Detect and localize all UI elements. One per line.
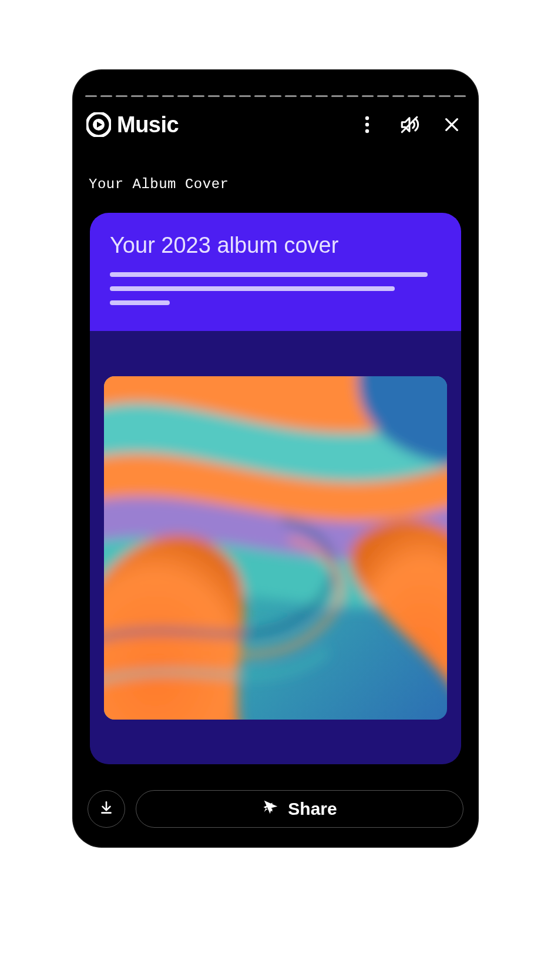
placeholder-line: [110, 272, 428, 277]
mute-icon[interactable]: [397, 112, 422, 138]
download-icon: [99, 800, 114, 818]
progress-segment[interactable]: [193, 95, 204, 97]
progress-segment[interactable]: [100, 95, 112, 97]
bottom-bar: Share: [88, 790, 463, 828]
progress-segment[interactable]: [223, 95, 235, 97]
progress-segment[interactable]: [285, 95, 297, 97]
top-controls: [354, 112, 465, 138]
progress-segment[interactable]: [300, 95, 312, 97]
progress-segment[interactable]: [85, 95, 97, 97]
svg-point-4: [365, 123, 369, 126]
progress-segment[interactable]: [131, 95, 143, 97]
top-bar: Music: [86, 107, 465, 142]
svg-point-3: [365, 116, 369, 120]
progress-segment[interactable]: [392, 95, 404, 97]
share-icon: [262, 798, 280, 820]
progress-segment[interactable]: [270, 95, 281, 97]
placeholder-line: [110, 300, 170, 305]
brand: Music: [86, 112, 179, 138]
card-title: Your 2023 album cover: [110, 233, 441, 258]
card-header: Your 2023 album cover: [90, 213, 461, 331]
album-cover-card: Your 2023 album cover: [90, 213, 461, 764]
progress-segment[interactable]: [439, 95, 451, 97]
progress-segment[interactable]: [347, 95, 358, 97]
progress-segment[interactable]: [239, 95, 251, 97]
progress-segment[interactable]: [454, 95, 466, 97]
progress-segment[interactable]: [162, 95, 174, 97]
share-button[interactable]: Share: [136, 790, 463, 828]
progress-segment[interactable]: [423, 95, 435, 97]
progress-segment[interactable]: [254, 95, 266, 97]
device-frame: Music: [73, 71, 478, 847]
story-progress-bar[interactable]: [85, 95, 466, 99]
progress-segment[interactable]: [362, 95, 374, 97]
progress-segment[interactable]: [116, 95, 127, 97]
progress-segment[interactable]: [408, 95, 419, 97]
card-body: [90, 331, 461, 764]
progress-segment[interactable]: [315, 95, 327, 97]
progress-segment[interactable]: [208, 95, 220, 97]
progress-segment[interactable]: [331, 95, 343, 97]
svg-point-5: [365, 129, 369, 133]
progress-segment[interactable]: [147, 95, 159, 97]
share-label: Share: [288, 799, 337, 819]
progress-segment[interactable]: [177, 95, 189, 97]
progress-segment[interactable]: [377, 95, 389, 97]
story-subtitle: Your Album Cover: [89, 176, 229, 192]
music-logo-icon: [86, 112, 111, 137]
more-icon[interactable]: [354, 112, 380, 138]
album-art: [104, 376, 447, 720]
close-icon[interactable]: [439, 112, 465, 138]
download-button[interactable]: [88, 790, 125, 828]
app-name: Music: [117, 112, 179, 138]
placeholder-line: [110, 286, 395, 291]
